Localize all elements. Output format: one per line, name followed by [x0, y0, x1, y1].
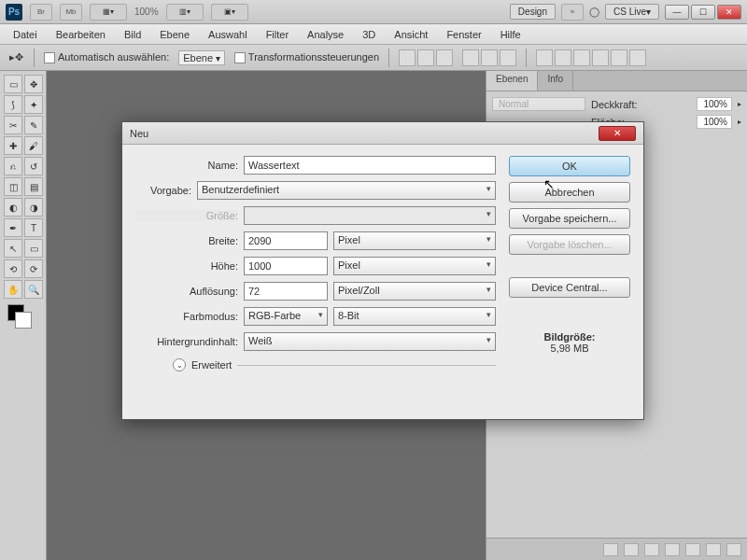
screenmode-dropdown[interactable]: ▣▾	[211, 4, 248, 21]
preset-select[interactable]: Benutzerdefiniert	[197, 181, 496, 200]
zoom-level[interactable]: 100%	[134, 7, 159, 17]
align-vcenter-icon[interactable]	[417, 49, 434, 66]
menu-bearbeiten[interactable]: Bearbeiten	[49, 27, 113, 42]
background-select[interactable]: Weiß	[244, 332, 496, 351]
blend-mode-select[interactable]: Normal	[492, 97, 585, 111]
menu-analyse[interactable]: Analyse	[300, 27, 351, 42]
dialog-titlebar[interactable]: Neu ✕	[122, 122, 643, 145]
separator	[388, 49, 389, 67]
menu-fenster[interactable]: Fenster	[439, 27, 488, 42]
dist-6-icon[interactable]	[629, 49, 646, 66]
workspace-design[interactable]: Design	[510, 4, 556, 20]
view-extras-dropdown[interactable]: ▦▾	[90, 4, 127, 21]
shape-tool[interactable]: ▭	[24, 239, 43, 258]
align-bottom-icon[interactable]	[436, 49, 453, 66]
align-buttons	[399, 49, 453, 66]
blur-tool[interactable]: ◐	[4, 198, 22, 217]
menu-ebene[interactable]: Ebene	[152, 27, 197, 42]
menu-filter[interactable]: Filter	[259, 27, 296, 42]
save-preset-button[interactable]: Vorgabe speichern...	[509, 208, 630, 229]
size-select	[244, 206, 496, 225]
eraser-tool[interactable]: ◫	[4, 177, 22, 196]
color-swatches[interactable]	[4, 304, 43, 332]
chevron-down-icon: ⌄	[173, 358, 186, 371]
dist-2-icon[interactable]	[555, 49, 571, 66]
wand-tool[interactable]: ✦	[24, 95, 43, 114]
hand-tool[interactable]: ✋	[4, 280, 22, 299]
tab-ebenen[interactable]: Ebenen	[486, 71, 538, 91]
close-button[interactable]: ✕	[717, 5, 741, 20]
opacity-value[interactable]: 100%	[697, 97, 732, 111]
width-input[interactable]	[244, 231, 328, 250]
panel-tabs: Ebenen Info	[486, 71, 747, 91]
link-icon[interactable]	[603, 543, 618, 556]
group-icon[interactable]	[685, 543, 700, 556]
dist-5-icon[interactable]	[611, 49, 627, 66]
menu-auswahl[interactable]: Auswahl	[201, 27, 255, 42]
cslive-dropdown[interactable]: CS Live▾	[605, 4, 659, 20]
path-tool[interactable]: ↖	[4, 239, 22, 258]
mask-icon[interactable]	[644, 543, 659, 556]
transform-controls-checkbox[interactable]: Transformationssteuerungen	[234, 51, 379, 63]
move-tool-preset-icon[interactable]: ▸✥	[7, 49, 24, 66]
auto-select-checkbox[interactable]: Automatisch auswählen:	[44, 51, 169, 63]
adjust-icon[interactable]	[665, 543, 680, 556]
pen-tool[interactable]: ✒	[4, 218, 22, 237]
fill-value[interactable]: 100%	[697, 115, 732, 129]
dodge-tool[interactable]: ◑	[24, 198, 43, 217]
advanced-toggle[interactable]: ⌄Erweitert	[173, 358, 496, 371]
zoom-tool[interactable]: 🔍	[24, 280, 43, 299]
menu-datei[interactable]: Datei	[6, 27, 45, 42]
arrange-dropdown[interactable]: ▥▾	[166, 4, 204, 21]
eyedropper-tool[interactable]: ✎	[24, 116, 43, 134]
fx-icon[interactable]	[624, 543, 639, 556]
lasso-tool[interactable]: ⟆	[4, 95, 22, 114]
marquee-tool[interactable]: ▭	[4, 75, 22, 93]
menu-3d[interactable]: 3D	[355, 27, 383, 42]
align-left-icon[interactable]	[462, 49, 479, 66]
height-unit-select[interactable]: Pixel	[333, 257, 496, 275]
crop-tool[interactable]: ✂	[4, 116, 22, 134]
align-hcenter-icon[interactable]	[481, 49, 498, 66]
name-input[interactable]	[244, 156, 496, 175]
colormode-select[interactable]: RGB-Farbe	[244, 307, 328, 326]
width-unit-select[interactable]: Pixel	[333, 231, 496, 250]
height-input[interactable]	[244, 257, 328, 275]
dist-4-icon[interactable]	[592, 49, 609, 66]
dialog-close-button[interactable]: ✕	[599, 126, 636, 141]
layers-panel-footer	[486, 538, 747, 560]
ok-button[interactable]: OK	[509, 156, 630, 176]
resolution-input[interactable]	[244, 282, 328, 301]
width-label: Breite:	[135, 235, 238, 246]
brush-tool[interactable]: 🖌	[24, 136, 43, 155]
resolution-unit-select[interactable]: Pixel/Zoll	[333, 282, 496, 301]
cancel-button[interactable]: Abbrechen	[509, 182, 630, 203]
minibridge-icon[interactable]: Mb	[60, 4, 82, 21]
3d-tool[interactable]: ⟲	[4, 259, 22, 278]
bitdepth-select[interactable]: 8-Bit	[333, 307, 496, 326]
dist-1-icon[interactable]	[536, 49, 553, 66]
maximize-button[interactable]: ☐	[691, 5, 715, 20]
trash-icon[interactable]	[726, 543, 741, 556]
background-label: Hintergrundinhalt:	[135, 336, 238, 347]
tab-info[interactable]: Info	[538, 71, 573, 91]
new-layer-icon[interactable]	[706, 543, 721, 556]
align-top-icon[interactable]	[399, 49, 416, 66]
gradient-tool[interactable]: ▤	[24, 177, 43, 196]
type-tool[interactable]: T	[24, 218, 43, 237]
device-central-button[interactable]: Device Central...	[509, 277, 630, 298]
align-right-icon[interactable]	[500, 49, 516, 66]
move-tool[interactable]: ✥	[24, 75, 43, 93]
menu-hilfe[interactable]: Hilfe	[493, 27, 529, 42]
stamp-tool[interactable]: ⎌	[4, 157, 22, 175]
camera-tool[interactable]: ⟳	[24, 259, 43, 278]
menu-bild[interactable]: Bild	[117, 27, 148, 42]
bridge-icon[interactable]: Br	[30, 4, 52, 21]
minimize-button[interactable]: —	[665, 5, 689, 20]
dist-3-icon[interactable]	[573, 49, 590, 66]
heal-tool[interactable]: ✚	[4, 136, 22, 155]
workspace-more-icon[interactable]: »	[561, 4, 584, 21]
history-brush-tool[interactable]: ↺	[24, 157, 43, 175]
menu-ansicht[interactable]: Ansicht	[387, 27, 435, 42]
auto-select-dropdown[interactable]: Ebene ▾	[178, 50, 225, 65]
